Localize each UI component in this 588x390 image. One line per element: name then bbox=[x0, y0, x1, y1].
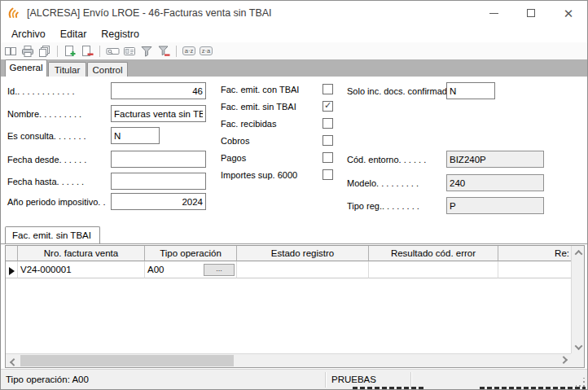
background-window-artifact bbox=[353, 387, 424, 389]
background-window-artifact bbox=[480, 387, 586, 389]
print-icon[interactable] bbox=[20, 44, 35, 59]
grid-header-nro-factura[interactable]: Nro. factura venta bbox=[18, 246, 145, 261]
importes-sup-6000-checkbox[interactable] bbox=[323, 169, 333, 180]
scroll-down-icon[interactable] bbox=[572, 340, 585, 353]
statusbar-separator bbox=[325, 372, 326, 388]
detail-grid: Nro. factura venta Tipo operación Estado… bbox=[5, 245, 585, 368]
tipo-operacion-lookup-button[interactable]: ... bbox=[204, 264, 235, 276]
scroll-up-icon[interactable] bbox=[572, 246, 585, 259]
scroll-right-icon[interactable] bbox=[558, 354, 571, 367]
fecha-hasta-label: Fecha hasta. . . . . . bbox=[7, 177, 84, 186]
sort-asc-icon[interactable]: a·z bbox=[182, 44, 196, 59]
grid-viewport: Nro. factura venta Tipo operación Estado… bbox=[6, 246, 571, 353]
modelo-field[interactable] bbox=[446, 174, 544, 191]
cell-nro-factura[interactable]: V24-000001 bbox=[18, 261, 145, 278]
anio-periodo-label: Año periodo impositivo. . bbox=[7, 197, 105, 207]
maximize-button[interactable] bbox=[512, 1, 550, 25]
maximize-icon bbox=[527, 9, 535, 17]
duplicate-icon[interactable] bbox=[37, 44, 52, 59]
status-tipo-operacion: Tipo operación: A00 bbox=[6, 375, 89, 384]
nombre-label: Nombre. . . . . . . . . bbox=[7, 109, 81, 119]
grid-header-estado-registro[interactable]: Estado registro bbox=[237, 246, 369, 261]
toolbar-separator bbox=[99, 46, 100, 57]
window-title: [ALCRESA] Envío LROE - 46-Facturas venta… bbox=[27, 7, 272, 19]
pagos-checkbox[interactable] bbox=[323, 152, 333, 163]
scroll-left-icon[interactable] bbox=[6, 354, 19, 367]
statusbar-separator bbox=[410, 372, 411, 388]
id-label: Id.. . . . . . . . . . . . bbox=[7, 86, 75, 96]
fac-recibidas-checkbox[interactable] bbox=[323, 118, 333, 129]
solo-inc-docs-field[interactable] bbox=[446, 82, 495, 99]
grid-header-tipo-operacion[interactable]: Tipo operación bbox=[145, 246, 237, 261]
fecha-hasta-field[interactable] bbox=[111, 173, 206, 190]
sort-desc-icon[interactable]: z·a bbox=[199, 44, 213, 59]
cod-entorno-field[interactable] bbox=[446, 151, 544, 168]
grid-header-re[interactable]: Re: bbox=[498, 246, 571, 261]
cell-tipo-operacion[interactable]: A00 ... bbox=[145, 261, 237, 278]
grid-header-row: Nro. factura venta Tipo operación Estado… bbox=[6, 246, 571, 261]
cod-entorno-label: Cód. entorno. . . . . . bbox=[347, 155, 426, 164]
tipo-reg-field[interactable] bbox=[446, 197, 544, 214]
remove-filter-icon[interactable] bbox=[156, 44, 171, 59]
close-button[interactable]: ✕ bbox=[550, 1, 587, 25]
grid-vertical-scrollbar[interactable] bbox=[571, 246, 584, 353]
id-field[interactable] bbox=[111, 82, 206, 99]
menu-editar[interactable]: Editar bbox=[53, 26, 94, 42]
cell-estado-registro[interactable] bbox=[237, 261, 369, 278]
grid-header-resultado-cod-error[interactable]: Resultado cód. error bbox=[369, 246, 498, 261]
importes-sup-6000-label: Importes sup. 6000 bbox=[221, 170, 297, 180]
current-row-arrow-icon bbox=[9, 267, 15, 275]
cobros-label: Cobros bbox=[221, 136, 249, 146]
grid-horizontal-scrollbar[interactable] bbox=[6, 353, 571, 367]
grid-header-indicator bbox=[6, 246, 18, 261]
tab-fac-emit-sin-tbai[interactable]: Fac. emit. sin TBAI bbox=[5, 226, 100, 243]
app-logo-icon bbox=[7, 7, 20, 20]
menu-registro[interactable]: Registro bbox=[94, 26, 147, 42]
copy-icon[interactable] bbox=[3, 44, 18, 59]
toolbar-separator bbox=[57, 46, 58, 57]
es-consulta-label: Es consulta. . . . . . . bbox=[7, 131, 86, 141]
horizontal-scroll-thumb[interactable] bbox=[20, 355, 234, 366]
menu-bar: Archivo Editar Registro bbox=[1, 25, 587, 42]
cell-re[interactable] bbox=[498, 261, 571, 278]
scrollbar-corner bbox=[571, 353, 584, 367]
cell-tipo-operacion-value: A00 bbox=[147, 265, 164, 274]
menu-archivo[interactable]: Archivo bbox=[4, 26, 53, 42]
fac-emit-con-tbai-checkbox[interactable] bbox=[323, 84, 333, 94]
fac-emit-sin-tbai-label: Fac. emit. sin TBAI bbox=[221, 102, 296, 112]
fac-recibidas-label: Fac. recibidas bbox=[221, 119, 276, 129]
app-window: [ALCRESA] Envío LROE - 46-Facturas venta… bbox=[0, 0, 588, 390]
toolbar: a·z z·a bbox=[1, 42, 587, 59]
minimize-icon bbox=[489, 13, 498, 14]
tab-titular[interactable]: Titular bbox=[48, 62, 86, 77]
modelo-label: Modelo. . . . . . . . . bbox=[347, 178, 419, 188]
detail-tabstrip: Fac. emit. sin TBAI bbox=[1, 226, 587, 244]
filter-icon[interactable] bbox=[139, 44, 154, 59]
fac-emit-sin-tbai-checkbox[interactable] bbox=[323, 101, 333, 112]
fecha-desde-label: Fecha desde. . . . . . bbox=[7, 155, 86, 164]
es-consulta-field[interactable] bbox=[111, 127, 160, 144]
search-box-icon[interactable] bbox=[105, 44, 120, 59]
tipo-reg-label: Tipo reg.. . . . . . . . bbox=[347, 201, 419, 211]
nombre-field[interactable] bbox=[111, 105, 206, 122]
delete-record-icon[interactable] bbox=[80, 44, 94, 59]
cell-resultado-cod-error[interactable] bbox=[369, 261, 498, 278]
anio-periodo-field[interactable] bbox=[111, 193, 206, 210]
record-view-icon[interactable] bbox=[122, 44, 137, 59]
cobros-checkbox[interactable] bbox=[323, 135, 333, 146]
add-record-icon[interactable] bbox=[63, 44, 77, 59]
title-bar: [ALCRESA] Envío LROE - 46-Facturas venta… bbox=[1, 1, 587, 25]
table-row[interactable]: V24-000001 A00 ... bbox=[6, 261, 571, 278]
minimize-button[interactable] bbox=[475, 1, 512, 25]
fac-emit-con-tbai-label: Fac. emit. con TBAI bbox=[221, 85, 299, 94]
tab-general[interactable]: General bbox=[5, 59, 47, 77]
row-indicator bbox=[6, 261, 18, 278]
fecha-desde-field[interactable] bbox=[111, 151, 206, 168]
toolbar-separator bbox=[176, 46, 177, 57]
solo-inc-docs-label: Solo inc. docs. confirmad bbox=[347, 86, 447, 96]
tab-control[interactable]: Control bbox=[87, 62, 128, 77]
main-tabstrip: General Titular Control bbox=[1, 59, 587, 77]
status-environment-badge: PRUEBAS bbox=[331, 375, 376, 384]
close-icon: ✕ bbox=[564, 7, 574, 20]
pagos-label: Pagos bbox=[221, 153, 246, 163]
